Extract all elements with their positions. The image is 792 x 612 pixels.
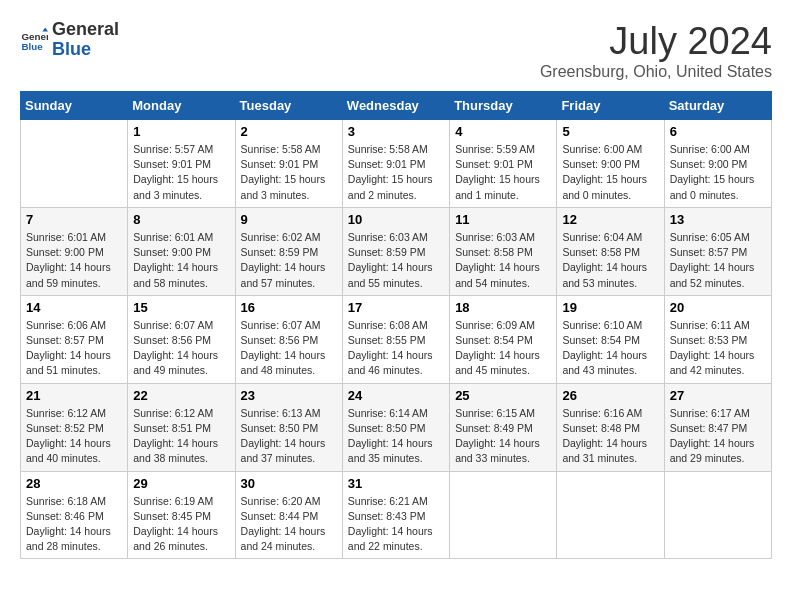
calendar-cell: 7Sunrise: 6:01 AMSunset: 9:00 PMDaylight… xyxy=(21,207,128,295)
calendar-cell: 4Sunrise: 5:59 AMSunset: 9:01 PMDaylight… xyxy=(450,120,557,208)
day-info: Sunrise: 6:07 AMSunset: 8:56 PMDaylight:… xyxy=(241,318,337,379)
day-number: 23 xyxy=(241,388,337,403)
day-info: Sunrise: 6:08 AMSunset: 8:55 PMDaylight:… xyxy=(348,318,444,379)
week-row-2: 14Sunrise: 6:06 AMSunset: 8:57 PMDayligh… xyxy=(21,295,772,383)
day-info: Sunrise: 6:01 AMSunset: 9:00 PMDaylight:… xyxy=(26,230,122,291)
header-monday: Monday xyxy=(128,92,235,120)
day-info: Sunrise: 5:58 AMSunset: 9:01 PMDaylight:… xyxy=(348,142,444,203)
day-number: 6 xyxy=(670,124,766,139)
day-info: Sunrise: 6:00 AMSunset: 9:00 PMDaylight:… xyxy=(670,142,766,203)
day-info: Sunrise: 6:21 AMSunset: 8:43 PMDaylight:… xyxy=(348,494,444,555)
location-title: Greensburg, Ohio, United States xyxy=(540,63,772,81)
calendar-cell xyxy=(557,471,664,559)
calendar-cell: 30Sunrise: 6:20 AMSunset: 8:44 PMDayligh… xyxy=(235,471,342,559)
title-area: July 2024 Greensburg, Ohio, United State… xyxy=(540,20,772,81)
day-number: 18 xyxy=(455,300,551,315)
week-row-3: 21Sunrise: 6:12 AMSunset: 8:52 PMDayligh… xyxy=(21,383,772,471)
day-number: 14 xyxy=(26,300,122,315)
day-number: 15 xyxy=(133,300,229,315)
calendar-cell: 29Sunrise: 6:19 AMSunset: 8:45 PMDayligh… xyxy=(128,471,235,559)
day-number: 5 xyxy=(562,124,658,139)
day-number: 12 xyxy=(562,212,658,227)
day-number: 27 xyxy=(670,388,766,403)
day-number: 29 xyxy=(133,476,229,491)
day-number: 9 xyxy=(241,212,337,227)
svg-marker-2 xyxy=(42,27,48,31)
day-number: 1 xyxy=(133,124,229,139)
day-info: Sunrise: 5:58 AMSunset: 9:01 PMDaylight:… xyxy=(241,142,337,203)
logo-blue: Blue xyxy=(52,40,119,60)
calendar-cell xyxy=(450,471,557,559)
day-number: 22 xyxy=(133,388,229,403)
day-number: 7 xyxy=(26,212,122,227)
day-info: Sunrise: 6:04 AMSunset: 8:58 PMDaylight:… xyxy=(562,230,658,291)
calendar-cell: 23Sunrise: 6:13 AMSunset: 8:50 PMDayligh… xyxy=(235,383,342,471)
calendar-cell: 26Sunrise: 6:16 AMSunset: 8:48 PMDayligh… xyxy=(557,383,664,471)
calendar-header-row: SundayMondayTuesdayWednesdayThursdayFrid… xyxy=(21,92,772,120)
day-info: Sunrise: 5:59 AMSunset: 9:01 PMDaylight:… xyxy=(455,142,551,203)
week-row-4: 28Sunrise: 6:18 AMSunset: 8:46 PMDayligh… xyxy=(21,471,772,559)
calendar-cell: 20Sunrise: 6:11 AMSunset: 8:53 PMDayligh… xyxy=(664,295,771,383)
calendar-cell: 19Sunrise: 6:10 AMSunset: 8:54 PMDayligh… xyxy=(557,295,664,383)
calendar-cell: 16Sunrise: 6:07 AMSunset: 8:56 PMDayligh… xyxy=(235,295,342,383)
day-info: Sunrise: 6:19 AMSunset: 8:45 PMDaylight:… xyxy=(133,494,229,555)
week-row-0: 1Sunrise: 5:57 AMSunset: 9:01 PMDaylight… xyxy=(21,120,772,208)
header-saturday: Saturday xyxy=(664,92,771,120)
header: General Blue General Blue July 2024 Gree… xyxy=(20,20,772,81)
day-info: Sunrise: 6:05 AMSunset: 8:57 PMDaylight:… xyxy=(670,230,766,291)
day-info: Sunrise: 6:03 AMSunset: 8:58 PMDaylight:… xyxy=(455,230,551,291)
calendar-cell: 18Sunrise: 6:09 AMSunset: 8:54 PMDayligh… xyxy=(450,295,557,383)
calendar-cell: 8Sunrise: 6:01 AMSunset: 9:00 PMDaylight… xyxy=(128,207,235,295)
header-thursday: Thursday xyxy=(450,92,557,120)
day-number: 25 xyxy=(455,388,551,403)
logo: General Blue General Blue xyxy=(20,20,119,60)
calendar-cell: 1Sunrise: 5:57 AMSunset: 9:01 PMDaylight… xyxy=(128,120,235,208)
calendar-cell: 15Sunrise: 6:07 AMSunset: 8:56 PMDayligh… xyxy=(128,295,235,383)
day-number: 10 xyxy=(348,212,444,227)
calendar-cell: 22Sunrise: 6:12 AMSunset: 8:51 PMDayligh… xyxy=(128,383,235,471)
logo-icon: General Blue xyxy=(20,26,48,54)
day-info: Sunrise: 6:20 AMSunset: 8:44 PMDaylight:… xyxy=(241,494,337,555)
svg-text:Blue: Blue xyxy=(21,41,43,52)
day-number: 8 xyxy=(133,212,229,227)
day-number: 11 xyxy=(455,212,551,227)
day-info: Sunrise: 6:12 AMSunset: 8:52 PMDaylight:… xyxy=(26,406,122,467)
day-number: 21 xyxy=(26,388,122,403)
day-info: Sunrise: 6:07 AMSunset: 8:56 PMDaylight:… xyxy=(133,318,229,379)
day-info: Sunrise: 6:00 AMSunset: 9:00 PMDaylight:… xyxy=(562,142,658,203)
day-number: 30 xyxy=(241,476,337,491)
header-wednesday: Wednesday xyxy=(342,92,449,120)
day-number: 28 xyxy=(26,476,122,491)
day-number: 31 xyxy=(348,476,444,491)
logo-general: General xyxy=(52,20,119,40)
header-friday: Friday xyxy=(557,92,664,120)
calendar-cell xyxy=(21,120,128,208)
day-info: Sunrise: 6:15 AMSunset: 8:49 PMDaylight:… xyxy=(455,406,551,467)
day-number: 19 xyxy=(562,300,658,315)
calendar-cell: 9Sunrise: 6:02 AMSunset: 8:59 PMDaylight… xyxy=(235,207,342,295)
calendar-cell: 6Sunrise: 6:00 AMSunset: 9:00 PMDaylight… xyxy=(664,120,771,208)
day-number: 2 xyxy=(241,124,337,139)
day-info: Sunrise: 6:16 AMSunset: 8:48 PMDaylight:… xyxy=(562,406,658,467)
calendar-cell: 13Sunrise: 6:05 AMSunset: 8:57 PMDayligh… xyxy=(664,207,771,295)
day-number: 17 xyxy=(348,300,444,315)
calendar-cell: 31Sunrise: 6:21 AMSunset: 8:43 PMDayligh… xyxy=(342,471,449,559)
day-info: Sunrise: 6:18 AMSunset: 8:46 PMDaylight:… xyxy=(26,494,122,555)
calendar-cell: 17Sunrise: 6:08 AMSunset: 8:55 PMDayligh… xyxy=(342,295,449,383)
day-number: 24 xyxy=(348,388,444,403)
day-info: Sunrise: 6:13 AMSunset: 8:50 PMDaylight:… xyxy=(241,406,337,467)
day-info: Sunrise: 6:06 AMSunset: 8:57 PMDaylight:… xyxy=(26,318,122,379)
calendar-table: SundayMondayTuesdayWednesdayThursdayFrid… xyxy=(20,91,772,559)
day-number: 4 xyxy=(455,124,551,139)
header-tuesday: Tuesday xyxy=(235,92,342,120)
day-info: Sunrise: 6:02 AMSunset: 8:59 PMDaylight:… xyxy=(241,230,337,291)
day-number: 3 xyxy=(348,124,444,139)
calendar-cell: 27Sunrise: 6:17 AMSunset: 8:47 PMDayligh… xyxy=(664,383,771,471)
day-number: 16 xyxy=(241,300,337,315)
calendar-cell: 10Sunrise: 6:03 AMSunset: 8:59 PMDayligh… xyxy=(342,207,449,295)
week-row-1: 7Sunrise: 6:01 AMSunset: 9:00 PMDaylight… xyxy=(21,207,772,295)
calendar-cell: 24Sunrise: 6:14 AMSunset: 8:50 PMDayligh… xyxy=(342,383,449,471)
calendar-cell: 2Sunrise: 5:58 AMSunset: 9:01 PMDaylight… xyxy=(235,120,342,208)
calendar-cell: 14Sunrise: 6:06 AMSunset: 8:57 PMDayligh… xyxy=(21,295,128,383)
calendar-cell: 21Sunrise: 6:12 AMSunset: 8:52 PMDayligh… xyxy=(21,383,128,471)
